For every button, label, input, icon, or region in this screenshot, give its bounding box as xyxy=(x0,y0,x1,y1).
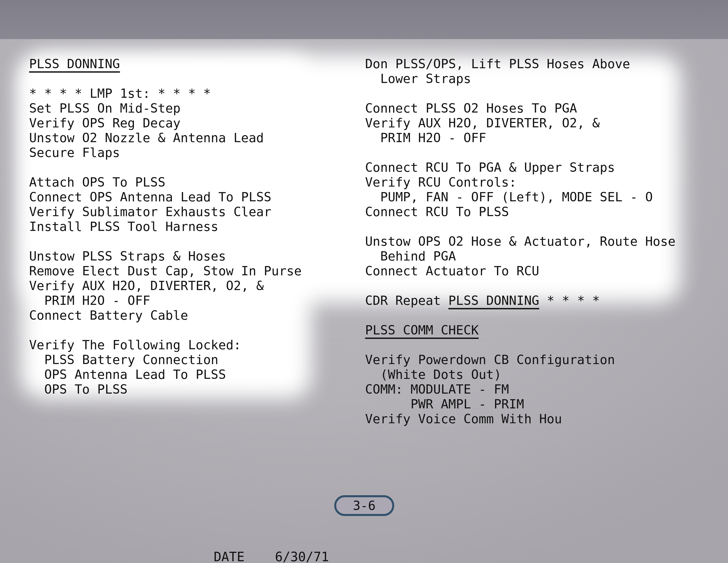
checklist-line xyxy=(365,86,675,101)
checklist-line xyxy=(365,219,675,234)
date-value: 6/30/71 xyxy=(259,550,344,563)
checklist-line xyxy=(29,323,302,338)
checklist-line: PLSS Battery Connection xyxy=(29,352,302,367)
checklist-line: Behind PGA xyxy=(365,249,675,263)
checklist-line: COMM: MODULATE - FM xyxy=(365,382,675,397)
checklist-line: Verify OPS Reg Decay xyxy=(29,116,302,130)
checklist-line xyxy=(29,160,302,175)
checklist-line: Unstow PLSS Straps & Hoses xyxy=(29,249,302,263)
checklist-page: PLSS DONNING * * * * LMP 1st: * * * *Set… xyxy=(0,0,728,563)
checklist-line: Unstow OPS O2 Hose & Actuator, Route Hos… xyxy=(365,234,675,249)
checklist-line: Verify RCU Controls: xyxy=(365,175,675,190)
page-number: 3-6 xyxy=(353,498,376,513)
top-band xyxy=(0,0,728,39)
checklist-line: Connect Actuator To RCU xyxy=(365,263,675,278)
checklist-line: OPS To PLSS xyxy=(29,382,302,397)
checklist-line: Verify Voice Comm With Hou xyxy=(365,412,675,426)
checklist-line: Unstow O2 Nozzle & Antenna Lead xyxy=(29,130,302,145)
checklist-line: Connect Battery Cable xyxy=(29,308,302,323)
checklist-line xyxy=(365,338,675,352)
checklist-line xyxy=(365,278,675,293)
checklist-line: PLSS DONNING xyxy=(29,56,302,71)
checklist-line: Connect OPS Antenna Lead To PLSS xyxy=(29,190,302,204)
checklist-line: Connect PLSS O2 Hoses To PGA xyxy=(365,101,675,116)
checklist-line: Remove Elect Dust Cap, Stow In Purse xyxy=(29,263,302,278)
checklist-line: Connect RCU To PLSS xyxy=(365,204,675,219)
checklist-line: Verify AUX H2O, DIVERTER, O2, & xyxy=(365,116,675,130)
checklist-line: Don PLSS/OPS, Lift PLSS Hoses Above xyxy=(365,56,675,71)
checklist-line: Attach OPS To PLSS xyxy=(29,175,302,190)
right-column: Don PLSS/OPS, Lift PLSS Hoses Above Lowe… xyxy=(365,56,675,426)
checklist-line: Verify Sublimator Exhausts Clear xyxy=(29,204,302,219)
checklist-line: Lower Straps xyxy=(365,71,675,86)
checklist-line: Install PLSS Tool Harness xyxy=(29,219,302,234)
checklist-line xyxy=(29,71,302,86)
checklist-line: PRIM H2O - OFF xyxy=(29,293,302,308)
checklist-line: PWR AMPL - PRIM xyxy=(365,397,675,412)
checklist-line: OPS Antenna Lead To PLSS xyxy=(29,367,302,382)
underlined-heading: PLSS DONNING xyxy=(448,293,539,308)
checklist-line: Connect RCU To PGA & Upper Straps xyxy=(365,160,675,175)
checklist-line: Verify The Following Locked: xyxy=(29,338,302,352)
checklist-line: CDR Repeat PLSS DONNING * * * * xyxy=(365,293,675,308)
date-row: DATE6/30/71 xyxy=(183,535,344,563)
checklist-line xyxy=(365,308,675,323)
checklist-line: PLSS COMM CHECK xyxy=(365,323,675,338)
checklist-line: PUMP, FAN - OFF (Left), MODE SEL - O xyxy=(365,190,675,204)
checklist-line: Secure Flaps xyxy=(29,145,302,160)
page-number-badge: 3-6 xyxy=(334,495,394,516)
underlined-heading: PLSS COMM CHECK xyxy=(365,323,479,337)
checklist-line: PRIM H2O - OFF xyxy=(365,130,675,145)
underlined-heading: PLSS DONNING xyxy=(29,56,120,71)
checklist-line xyxy=(365,145,675,160)
checklist-line: * * * * LMP 1st: * * * * xyxy=(29,86,302,101)
checklist-line: Verify AUX H2O, DIVERTER, O2, & xyxy=(29,278,302,293)
checklist-line xyxy=(29,234,302,249)
checklist-line: Verify Powerdown CB Configuration xyxy=(365,352,675,367)
left-column: PLSS DONNING * * * * LMP 1st: * * * *Set… xyxy=(29,56,302,397)
date-label: DATE xyxy=(214,549,245,563)
checklist-line: Set PLSS On Mid-Step xyxy=(29,101,302,116)
checklist-line: (White Dots Out) xyxy=(365,367,675,382)
